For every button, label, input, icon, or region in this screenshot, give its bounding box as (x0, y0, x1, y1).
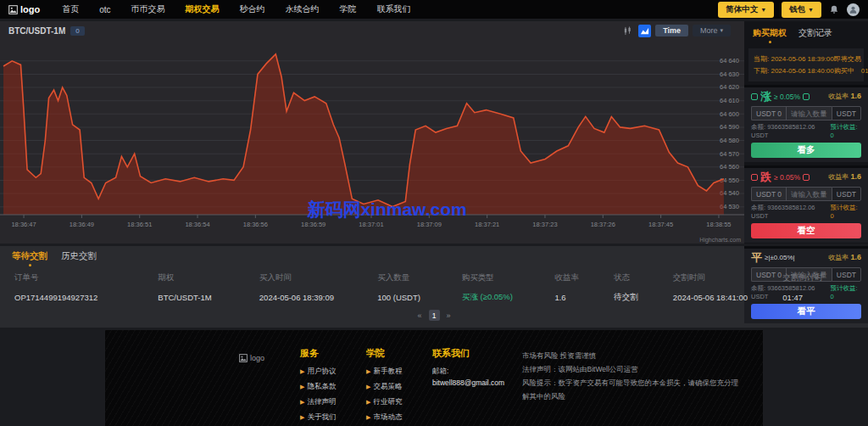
nav-item[interactable]: 联系我们 (377, 3, 411, 15)
footer: logo 服务▶用户协议▶隐私条款▶法律声明▶关于我们学院▶新手教程▶交易策略▶… (0, 330, 868, 426)
nav-item[interactable]: 永续合约 (286, 3, 320, 15)
chevron-down-icon: ▼ (808, 7, 814, 13)
svg-text:18:38:55: 18:38:55 (706, 221, 731, 228)
footer-logo: logo (239, 347, 292, 421)
user-avatar[interactable] (847, 3, 860, 16)
svg-text:18:37:26: 18:37:26 (591, 221, 615, 228)
buy-flat-button[interactable]: 看平 (751, 304, 861, 319)
footer-contact: 联系我们 邮箱: bitwell888@gmail.com (432, 347, 514, 421)
bracket-icon (803, 174, 810, 181)
rise-header: 涨 ≥ 0.05% 收益率 1.6 (751, 90, 861, 103)
footer-link[interactable]: ▶新手教程 (366, 367, 424, 377)
pagination-next[interactable]: » (447, 311, 451, 320)
candlestick-chart-icon[interactable] (621, 25, 634, 37)
chart-header: BTC/USDT-1M 0 Time More▾ (0, 21, 744, 40)
footer-band: logo 服务▶用户协议▶隐私条款▶法律声明▶关于我们学院▶新手教程▶交易策略▶… (105, 330, 763, 426)
disclaimer-line: 市场有风险 投资需谨慎 (522, 349, 743, 362)
notification-bell-icon[interactable] (829, 4, 839, 15)
svg-text:64 630: 64 630 (720, 70, 739, 78)
svg-text:64 570: 64 570 (720, 150, 739, 158)
orders-table: 订单号期权买入时间买入数量购买类型收益率状态交割时间交割倒计时 OP171449… (12, 266, 856, 308)
footer-logo-text: logo (250, 354, 264, 362)
fall-section: 跌 ≥ 0.05% 收益率 1.6 USDT 0 USDT 余额: 936635… (744, 165, 868, 243)
rise-label: 涨 (760, 89, 771, 104)
footer-link[interactable]: ▶用户协议 (300, 367, 358, 377)
nav-item[interactable]: 首页 (62, 3, 79, 15)
next-period-label: 下期: (754, 66, 769, 76)
profit-value: 0 (830, 212, 833, 220)
chart-toolbar: Time More▾ (621, 25, 731, 37)
current-period-label: 当期: (754, 54, 769, 64)
time-button[interactable]: Time (655, 25, 688, 36)
broken-image-icon (8, 5, 18, 14)
footer-links: 服务▶用户协议▶隐私条款▶法律声明▶关于我们学院▶新手教程▶交易策略▶行业研究▶… (300, 347, 424, 421)
table-cell: 买涨 (≥0.05%) (459, 287, 553, 308)
footer-column-title: 服务 (300, 347, 358, 360)
currency-select[interactable]: USDT 0 (751, 267, 786, 282)
tab-delivery-records[interactable]: 交割记录 (798, 27, 832, 43)
language-button[interactable]: 简体中文▼ (718, 2, 774, 18)
currency-select[interactable]: USDT 0 (751, 187, 786, 201)
arrow-icon: ▶ (366, 384, 370, 390)
logo-text: logo (20, 4, 40, 14)
price-chart[interactable]: 64 53064 54064 55064 56064 57064 58064 5… (0, 40, 744, 244)
buy-up-button[interactable]: 看多 (751, 143, 861, 158)
svg-text:64 600: 64 600 (720, 110, 739, 118)
rise-balance-row: 余额: 93663585812.06 USDT 预计收益: 0 (751, 123, 861, 139)
orders-column-header: 购买类型 (459, 266, 553, 287)
arrow-icon: ▶ (300, 414, 304, 420)
footer-link[interactable]: ▶市场动态 (366, 412, 424, 423)
fall-balance-row: 余额: 93663585812.06 USDT 预计收益: 0 (751, 204, 861, 220)
nav-item[interactable]: otc (99, 5, 110, 14)
logo[interactable]: logo (8, 4, 40, 14)
orders-column-header: 收益率 (552, 266, 611, 287)
currency-select[interactable]: USDT 0 (751, 106, 786, 121)
flat-rate: 收益率 1.6 (828, 253, 861, 262)
orders-tab-history[interactable]: 历史交割 (61, 250, 97, 266)
highcharts-credit[interactable]: Highcharts.com (699, 237, 741, 243)
trade-panel: 购买期权 交割记录 当期: 2024-05-06 18:39:00 即将交易 0… (744, 21, 868, 244)
orders-tab-waiting[interactable]: 等待交割 (12, 250, 47, 266)
footer-link[interactable]: ▶隐私条款 (300, 382, 358, 392)
fall-label: 跌 (760, 170, 771, 185)
next-period-row: 下期: 2024-05-06 18:40:00 购买中 01:47 (754, 66, 859, 76)
person-icon (849, 5, 858, 14)
svg-text:18:37:01: 18:37:01 (359, 221, 383, 228)
nav-item[interactable]: 学院 (340, 3, 357, 15)
flat-label: 平 (751, 250, 762, 266)
buy-down-button[interactable]: 看空 (751, 223, 861, 238)
footer-link[interactable]: ▶行业研究 (366, 397, 424, 407)
table-cell: BTC/USDT-1M (155, 287, 257, 308)
flat-header: 平 ≥|±0.05%| 收益率 1.6 (751, 251, 861, 264)
orders-column-header: 期权 (155, 266, 257, 287)
chart-area[interactable]: 64 53064 54064 55064 56064 57064 58064 5… (0, 40, 744, 244)
disclaimer-line: 风险提示：数字资产交易有可能导致您的本金损失，请确保您充分理解其中的风险 (522, 376, 743, 403)
footer-link[interactable]: ▶关于我们 (300, 412, 358, 423)
orders-body: OP1714499194927312BTC/USDT-1M2024-05-06 … (12, 287, 856, 308)
pagination-page[interactable]: 1 (429, 310, 440, 321)
contact-email[interactable]: bitwell888@gmail.com (432, 378, 514, 387)
more-button[interactable]: More▾ (693, 25, 731, 36)
nav-item[interactable]: 币币交易 (131, 3, 165, 15)
orders-header-row: 订单号期权买入时间买入数量购买类型收益率状态交割时间交割倒计时 (12, 266, 856, 287)
arrow-icon: ▶ (300, 399, 304, 405)
orders-column-header: 订单号 (12, 266, 155, 287)
pagination-prev[interactable]: « (417, 311, 421, 320)
orders-tabs: 等待交割 历史交割 (12, 250, 856, 266)
amount-input[interactable] (786, 187, 832, 201)
footer-link[interactable]: ▶交易策略 (366, 382, 424, 392)
area-chart-icon[interactable] (638, 25, 651, 37)
tab-buy-option[interactable]: 购买期权 (753, 27, 787, 43)
nav-item[interactable]: 秒合约 (240, 3, 265, 15)
orders-section: 等待交割 历史交割 订单号期权买入时间买入数量购买类型收益率状态交割时间交割倒计… (0, 246, 868, 328)
nav-item[interactable]: 期权交易 (186, 3, 220, 15)
amount-input[interactable] (786, 106, 832, 121)
wallet-button[interactable]: 钱包▼ (782, 2, 821, 18)
svg-text:64 560: 64 560 (720, 163, 739, 171)
profit-value: 0 (830, 132, 833, 139)
footer-link[interactable]: ▶法律声明 (300, 397, 358, 407)
trade-panel-tabs: 购买期权 交割记录 (744, 21, 868, 46)
profit-value: 0 (830, 293, 833, 300)
navbar: logo 首页otc币币交易期权交易秒合约永续合约学院联系我们 简体中文▼ 钱包… (0, 0, 868, 19)
fall-header: 跌 ≥ 0.05% 收益率 1.6 (751, 171, 861, 183)
